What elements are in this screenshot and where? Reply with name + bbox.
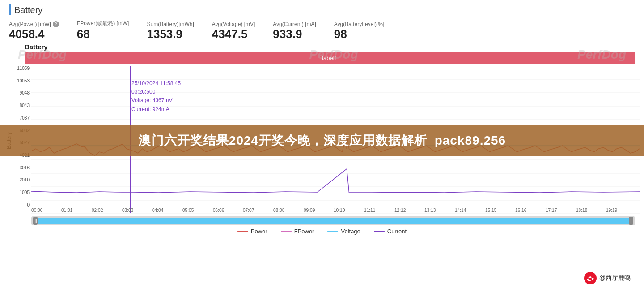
stat-fpower: FPower(帧能耗) [mW] 68: [77, 20, 129, 41]
legend-line-power: [237, 231, 248, 232]
stat-value-voltage: 4347.5: [212, 27, 255, 41]
stat-sum-battery: Sum(Battery)[mWh] 1353.9: [147, 21, 194, 41]
stat-label-sum: Sum(Battery)[mWh]: [147, 21, 194, 27]
scrollbar[interactable]: ||| |||: [31, 216, 635, 225]
svg-text:00:00: 00:00: [31, 208, 43, 213]
svg-text:03:03: 03:03: [122, 208, 134, 213]
stat-label-avg-power: Avg(Power) [mW] ?: [9, 21, 59, 27]
svg-text:13:13: 13:13: [424, 208, 436, 213]
stat-label-fpower: FPower(帧能耗) [mW]: [77, 20, 129, 27]
legend-power: Power: [237, 228, 267, 235]
overlay-banner: 澳门六开奖结果2024开奖今晚，深度应用数据解析_pack89.256: [0, 125, 644, 156]
scrollbar-thumb[interactable]: [33, 218, 633, 224]
svg-text:01:01: 01:01: [61, 208, 73, 213]
legend: Power FPower Voltage Current: [4, 225, 640, 237]
legend-line-fpower: [281, 231, 292, 232]
svg-text:05:05: 05:05: [182, 208, 194, 213]
stat-value-avg-power: 4058.4: [9, 27, 59, 41]
legend-label-current: Current: [387, 228, 407, 235]
legend-fpower: FPower: [281, 228, 314, 235]
svg-text:02:02: 02:02: [92, 208, 103, 213]
svg-text:16:16: 16:16: [515, 208, 527, 213]
svg-text:15:15: 15:15: [485, 208, 497, 213]
tooltip-voltage: Voltage: 4367mV: [131, 96, 181, 105]
legend-label-voltage: Voltage: [341, 228, 360, 235]
section-title: Battery: [9, 4, 635, 15]
legend-line-current: [374, 231, 385, 232]
svg-text:08:08: 08:08: [273, 208, 285, 213]
weibo-icon: [584, 272, 597, 284]
stat-value-sum: 1353.9: [147, 27, 194, 41]
stat-label-level: Avg(BatteryLevel)[%]: [334, 21, 385, 27]
svg-text:06:06: 06:06: [213, 208, 225, 213]
legend-line-voltage: [327, 231, 338, 232]
svg-text:14:14: 14:14: [455, 208, 466, 213]
tooltip-datetime: 25/10/2024 11:58:45: [131, 79, 181, 88]
tooltip: 25/10/2024 11:58:45 03:26:500 Voltage: 4…: [131, 79, 181, 114]
stat-battery-level: Avg(BatteryLevel)[%] 98: [334, 21, 385, 41]
tooltip-current: Current: 924mA: [131, 105, 181, 114]
title-text: Battery: [14, 5, 42, 15]
legend-current: Current: [374, 228, 407, 235]
svg-text:17:17: 17:17: [546, 208, 557, 213]
stat-avg-power: Avg(Power) [mW] ? 4058.4: [9, 21, 59, 41]
svg-text:12:12: 12:12: [394, 208, 406, 213]
y-tick-4: 7037: [13, 116, 30, 121]
chart-title: Battery: [4, 43, 640, 51]
svg-text:19:19: 19:19: [606, 208, 618, 213]
y-tick-3: 8043: [13, 103, 30, 108]
svg-text:07:07: 07:07: [243, 208, 254, 213]
legend-voltage: Voltage: [327, 228, 360, 235]
logo-bottom-right: @西厅鹿鸣: [584, 272, 631, 284]
label-bar-text: label1: [322, 55, 338, 61]
tooltip-offset: 03:26:500: [131, 88, 181, 96]
stat-avg-current: Avg(Current) [mA] 933.9: [273, 21, 316, 41]
y-tick-1: 10053: [13, 78, 30, 83]
y-tick-0: 11059: [13, 66, 30, 71]
stat-value-current: 933.9: [273, 27, 316, 41]
legend-label-power: Power: [251, 228, 267, 235]
info-icon-power[interactable]: ?: [53, 21, 59, 27]
svg-text:09:09: 09:09: [304, 208, 315, 213]
svg-text:18:18: 18:18: [576, 208, 588, 213]
scrollbar-handle-left[interactable]: |||: [33, 217, 38, 225]
y-tick-2: 9048: [13, 90, 30, 95]
svg-text:11:11: 11:11: [364, 208, 376, 213]
y-tick-10: 1005: [13, 190, 30, 195]
scrollbar-handle-right[interactable]: |||: [629, 217, 633, 225]
stat-value-level: 98: [334, 27, 385, 41]
overlay-banner-text: 澳门六开奖结果2024开奖今晚，深度应用数据解析_pack89.256: [138, 132, 506, 149]
stat-label-voltage: Avg(Voltage) [mV]: [212, 21, 255, 27]
y-tick-8: 3016: [13, 165, 30, 170]
stat-label-current: Avg(Current) [mA]: [273, 21, 316, 27]
svg-text:10:10: 10:10: [334, 208, 345, 213]
tooltip-content: 25/10/2024 11:58:45 03:26:500 Voltage: 4…: [131, 79, 181, 114]
logo-text: @西厅鹿鸣: [599, 274, 631, 282]
y-tick-11: 0: [13, 202, 30, 207]
stat-avg-voltage: Avg(Voltage) [mV] 4347.5: [212, 21, 255, 41]
legend-label-fpower: FPower: [294, 228, 314, 235]
svg-text:04:04: 04:04: [152, 208, 164, 213]
stat-value-fpower: 68: [77, 27, 129, 41]
y-tick-9: 2010: [13, 177, 30, 182]
stats-row: Avg(Power) [mW] ? 4058.4 FPower(帧能耗) [mW…: [9, 20, 635, 41]
label-bar: label1: [25, 52, 635, 64]
top-section: Battery Avg(Power) [mW] ? 4058.4 FPower(…: [0, 0, 644, 41]
